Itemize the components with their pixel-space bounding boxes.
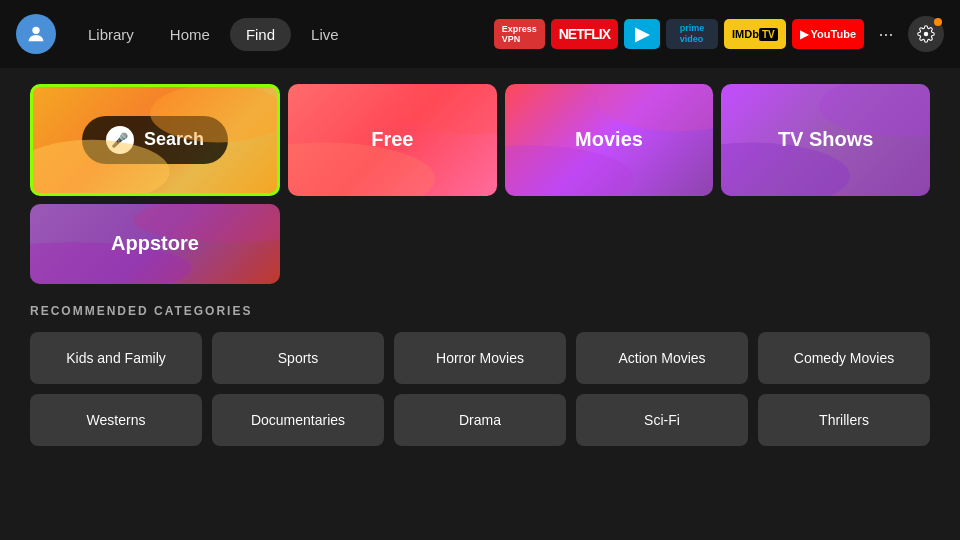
svg-point-6 xyxy=(597,84,714,131)
category-action-movies[interactable]: Action Movies xyxy=(576,332,748,384)
app-imdb[interactable]: IMDb TV xyxy=(724,19,786,49)
nav-home[interactable]: Home xyxy=(154,18,226,51)
free-tile[interactable]: Free xyxy=(288,84,497,196)
category-documentaries[interactable]: Documentaries xyxy=(212,394,384,446)
section-title: RECOMMENDED CATEGORIES xyxy=(30,304,930,318)
tvshows-tile-label: TV Shows xyxy=(778,128,874,151)
svg-point-5 xyxy=(505,145,634,195)
categories-grid: Kids and Family Sports Horror Movies Act… xyxy=(30,332,930,446)
search-button[interactable]: 🎤 Search xyxy=(82,116,228,164)
movies-tile[interactable]: Movies xyxy=(505,84,714,196)
nav-find[interactable]: Find xyxy=(230,18,291,51)
category-drama[interactable]: Drama xyxy=(394,394,566,446)
category-horror-movies[interactable]: Horror Movies xyxy=(394,332,566,384)
category-kids-family[interactable]: Kids and Family xyxy=(30,332,202,384)
more-apps-button[interactable]: ··· xyxy=(870,18,902,50)
recommended-categories-section: RECOMMENDED CATEGORIES Kids and Family S… xyxy=(30,304,930,446)
nav-library[interactable]: Library xyxy=(72,18,150,51)
tvshows-tile[interactable]: TV Shows xyxy=(721,84,930,196)
appstore-tile[interactable]: Appstore xyxy=(30,204,280,285)
app-youtube[interactable]: ▶ YouTube xyxy=(792,19,864,49)
category-sci-fi[interactable]: Sci-Fi xyxy=(576,394,748,446)
search-tile[interactable]: 🎤 Search xyxy=(30,84,280,196)
svg-point-4 xyxy=(398,84,496,134)
movies-tile-label: Movies xyxy=(575,128,643,151)
appstore-tile-label: Appstore xyxy=(111,232,199,255)
app-freevee[interactable]: ▶ xyxy=(624,19,660,49)
nav-links: Library Home Find Live xyxy=(72,18,355,51)
category-thrillers[interactable]: Thrillers xyxy=(758,394,930,446)
category-comedy-movies[interactable]: Comedy Movies xyxy=(758,332,930,384)
svg-point-0 xyxy=(32,27,39,34)
app-prime[interactable]: primevideo xyxy=(666,19,718,49)
mic-icon: 🎤 xyxy=(106,126,134,154)
settings-button[interactable] xyxy=(908,16,944,52)
avatar[interactable] xyxy=(16,14,56,54)
hero-tiles: 🎤 Search Free Movies T xyxy=(30,84,930,284)
app-expressvpn[interactable]: ExpressVPN xyxy=(494,19,545,49)
nav-apps: ExpressVPN NETFLIX ▶ primevideo IMDb TV … xyxy=(494,16,944,52)
settings-notification-dot xyxy=(934,18,942,26)
search-label: Search xyxy=(144,129,204,150)
top-navigation: Library Home Find Live ExpressVPN NETFLI… xyxy=(0,0,960,68)
category-westerns[interactable]: Westerns xyxy=(30,394,202,446)
free-tile-label: Free xyxy=(371,128,413,151)
nav-live[interactable]: Live xyxy=(295,18,355,51)
app-netflix[interactable]: NETFLIX xyxy=(551,19,618,49)
category-sports[interactable]: Sports xyxy=(212,332,384,384)
main-content: 🎤 Search Free Movies T xyxy=(0,68,960,462)
